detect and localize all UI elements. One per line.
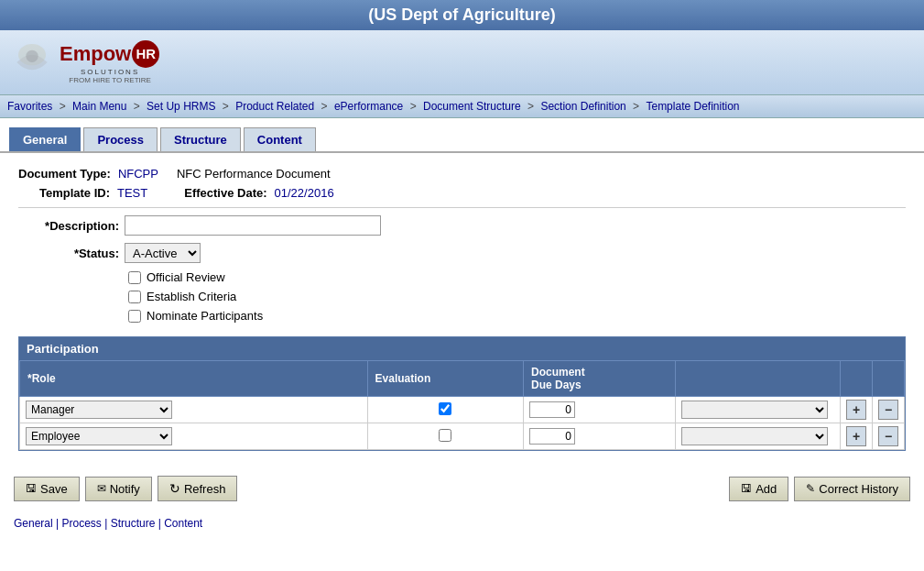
description-row: *Description: [18,215,906,236]
action-cell-2 [676,423,841,450]
role-select-2[interactable]: Manager Employee Higher Level Reviewer [26,427,172,445]
days-input-2[interactable] [529,428,575,445]
remove-cell-2: − [873,423,905,450]
page-header: (US Dept of Agriculture) [0,0,924,30]
official-review-label: Official Review [147,270,225,284]
breadcrumb-product-related[interactable]: Product Related [235,100,314,113]
nominate-participants-checkbox[interactable] [128,310,141,323]
official-review-checkbox[interactable] [128,271,141,284]
breadcrumb-main-menu[interactable]: Main Menu [72,100,126,113]
tab-general[interactable]: General [9,127,81,151]
breadcrumb-favorites[interactable]: Favorites [7,100,52,113]
add-label: Add [756,482,777,496]
logo-empow: Empow [60,42,131,66]
tab-process[interactable]: Process [83,127,158,151]
eval-checkbox-1[interactable] [439,402,451,415]
correct-history-label: Correct History [819,482,898,496]
establish-criteria-row: Establish Criteria [128,290,906,303]
tab-structure[interactable]: Structure [160,127,241,151]
nominate-participants-row: Nominate Participants [128,309,906,323]
correct-history-icon: ✎ [806,482,815,495]
logo-text: Empow HR SOLUTIONS FROM HIRE TO RETIRE [60,40,160,84]
breadcrumb-eperformance[interactable]: ePerformance [334,100,403,113]
add-cell-2: + [841,423,873,450]
breadcrumb-section-definition[interactable]: Section Definition [540,100,625,113]
document-type-desc: NFC Performance Document [177,167,331,181]
role-cell-2: Manager Employee Higher Level Reviewer [20,423,368,450]
add-row-button-1[interactable]: + [846,400,866,420]
col-role: *Role [20,361,368,397]
bottom-nav-process[interactable]: Process [62,517,102,530]
participation-section: Participation *Role Evaluation DocumentD… [18,336,906,451]
status-select[interactable]: A-Active I-Inactive [125,243,201,263]
document-type-label: Document Type: [18,167,111,181]
notify-label: Notify [110,482,140,496]
save-label: Save [40,482,68,496]
document-type-row: Document Type: NFCPP NFC Performance Doc… [18,167,906,181]
status-label: *Status: [18,247,119,260]
bottom-nav-general[interactable]: General [14,517,53,530]
action-select-1[interactable] [681,401,828,419]
template-id-value: TEST [117,186,147,200]
description-label: *Description: [18,219,119,233]
effective-date-value: 01/22/2016 [275,186,334,200]
notify-button[interactable]: ✉ Notify [85,477,152,501]
breadcrumb-document-structure[interactable]: Document Structure [423,100,521,113]
status-row: *Status: A-Active I-Inactive [18,243,906,263]
days-cell-2 [523,423,675,450]
days-input-1[interactable] [529,401,575,418]
eval-checkbox-2[interactable] [439,429,451,442]
tabs-bar: General Process Structure Content [0,118,924,153]
logo-hr-circle: HR [132,40,159,68]
template-id-label: Template ID: [18,186,110,200]
bottom-nav-structure[interactable]: Structure [111,517,156,530]
save-icon: 🖫 [26,482,37,495]
eval-cell-2 [367,423,523,450]
tab-content[interactable]: Content [244,127,316,151]
description-input[interactable] [125,215,381,236]
correct-history-button[interactable]: ✎ Correct History [794,477,910,501]
remove-row-button-2[interactable]: − [878,426,898,446]
official-review-row: Official Review [128,270,906,284]
col-due-days: DocumentDue Days [523,361,675,397]
refresh-button[interactable]: ↻ Refresh [158,476,238,501]
logo-tagline: FROM HIRE TO RETIRE [69,76,151,84]
breadcrumb-template-definition[interactable]: Template Definition [646,100,739,113]
add-icon: 🖫 [741,482,752,495]
col-remove [873,361,905,397]
content-area: Document Type: NFCPP NFC Performance Doc… [0,153,924,465]
col-action [676,361,841,397]
table-row: Manager Employee Higher Level Reviewer [20,397,905,423]
refresh-icon: ↻ [169,481,180,496]
bottom-nav-content[interactable]: Content [164,517,202,530]
table-row: Manager Employee Higher Level Reviewer [20,423,905,450]
logo-solutions: SOLUTIONS [81,68,139,76]
save-button[interactable]: 🖫 Save [14,477,80,501]
breadcrumb: Favorites > Main Menu > Set Up HRMS > Pr… [0,94,924,118]
bottom-nav: General | Process | Structure | Content [0,512,924,539]
notify-icon: ✉ [97,482,106,495]
days-cell-1 [523,397,675,423]
logo: Empow HR SOLUTIONS FROM HIRE TO RETIRE [9,39,160,85]
add-cell-1: + [841,397,873,423]
role-cell-1: Manager Employee Higher Level Reviewer [20,397,368,423]
participation-title: Participation [19,337,905,360]
remove-row-button-1[interactable]: − [878,400,898,420]
document-type-code: NFCPP [118,167,158,181]
bottom-bar: 🖫 Save ✉ Notify ↻ Refresh 🖫 Add ✎ Correc… [0,465,924,512]
divider [18,207,906,208]
action-select-2[interactable] [681,427,828,445]
establish-criteria-checkbox[interactable] [128,291,141,303]
svg-point-1 [26,50,38,62]
remove-cell-1: − [873,397,905,423]
template-id-row: Template ID: TEST Effective Date: 01/22/… [18,186,906,200]
add-button[interactable]: 🖫 Add [729,477,788,501]
breadcrumb-setup-hrms[interactable]: Set Up HRMS [147,100,215,113]
eagle-icon [9,39,55,85]
add-row-button-2[interactable]: + [846,426,866,446]
establish-criteria-label: Establish Criteria [147,290,236,303]
participation-table: *Role Evaluation DocumentDue Days Manage… [19,360,905,450]
action-cell-1 [676,397,841,423]
effective-date-label: Effective Date: [184,186,266,200]
role-select-1[interactable]: Manager Employee Higher Level Reviewer [26,401,172,419]
